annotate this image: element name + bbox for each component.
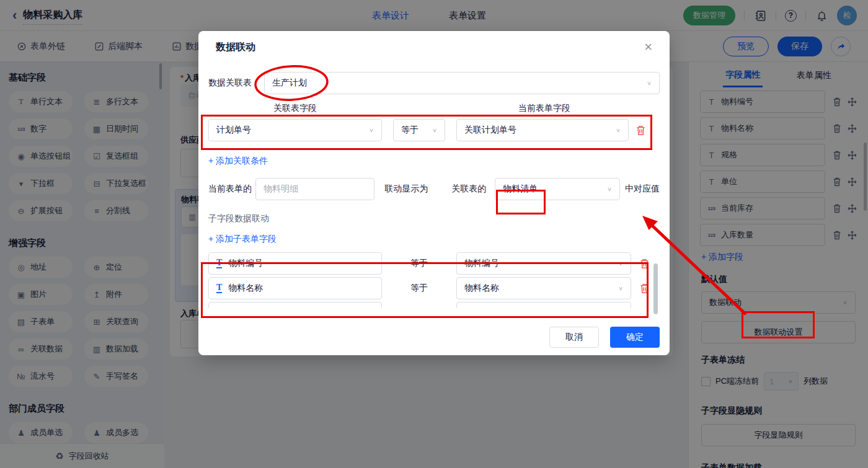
subfield-left-box[interactable]: T物料编号 (208, 252, 382, 275)
chevron-down-icon: ∨ (432, 127, 437, 133)
subfield-linkage-title: 子字段数据联动 (208, 213, 269, 223)
modal-title: 数据联动 (216, 41, 255, 54)
chevron-down-icon: ∨ (618, 285, 623, 291)
chevron-down-icon: ∨ (618, 260, 623, 267)
condition-right-select[interactable]: 关联计划单号∨ (456, 119, 629, 141)
condition-left-select[interactable]: 计划单号∨ (208, 119, 382, 141)
modal-scrollbar[interactable] (653, 263, 658, 314)
cancel-button[interactable]: 取消 (549, 327, 599, 348)
close-icon[interactable]: × (644, 40, 652, 54)
subfield-right-select[interactable] (456, 302, 631, 308)
chevron-down-icon: ∨ (647, 80, 652, 86)
chevron-down-icon: ∨ (616, 127, 621, 133)
link-table-label: 数据关联表 (208, 77, 252, 89)
data-linkage-modal: 数据联动 × 数据关联表 生产计划∨ 关联表字段 当前表单字段 计划单号∨ 等于… (198, 31, 670, 355)
link-table-select[interactable]: 生产计划∨ (264, 72, 660, 94)
column-header-left: 关联表字段 (273, 103, 317, 114)
maprow-prefix: 当前表单的 (208, 183, 252, 195)
subfield-left-box[interactable]: T物料名称 (208, 277, 382, 299)
add-subform-field-link[interactable]: + 添加子表单字段 (208, 234, 277, 244)
subfield-right-select[interactable]: 物料编号∨ (456, 252, 631, 275)
column-header-right: 当前表单字段 (518, 103, 570, 114)
maprow-suffix: 中对应值 (625, 183, 660, 195)
linked-subform-select[interactable]: 物料清单∨ (495, 178, 620, 200)
delete-subfield-icon[interactable] (640, 258, 649, 269)
condition-op-select[interactable]: 等于∨ (393, 119, 445, 141)
equals-label: 等于 (382, 283, 456, 294)
text-field-icon: T (216, 258, 222, 269)
chevron-down-icon: ∨ (369, 127, 374, 133)
subfield-right-select[interactable]: 物料名称∨ (456, 277, 631, 299)
delete-condition-icon[interactable] (636, 125, 645, 136)
maprow-middle: 联动显示为 (384, 183, 428, 195)
maprow-prefix2: 关联表的 (451, 183, 486, 195)
confirm-button[interactable]: 确定 (610, 327, 660, 348)
current-subform-field[interactable]: 物料明细 (255, 178, 374, 200)
subfield-row: T物料名称 等于 物料名称∨ (208, 277, 660, 299)
equals-label: 等于 (382, 258, 456, 269)
add-condition-link[interactable]: + 添加关联条件 (208, 156, 268, 166)
delete-subfield-icon[interactable] (640, 283, 649, 294)
subfield-row: T物料编号 等于 物料编号∨ (208, 252, 660, 275)
subfield-list: T物料编号 等于 物料编号∨ T物料名称 等于 物料名称∨ (208, 252, 660, 308)
subfield-row-partial (208, 302, 660, 308)
subfield-left-box[interactable] (208, 302, 382, 308)
text-field-icon: T (216, 283, 222, 294)
chevron-down-icon: ∨ (607, 186, 612, 192)
